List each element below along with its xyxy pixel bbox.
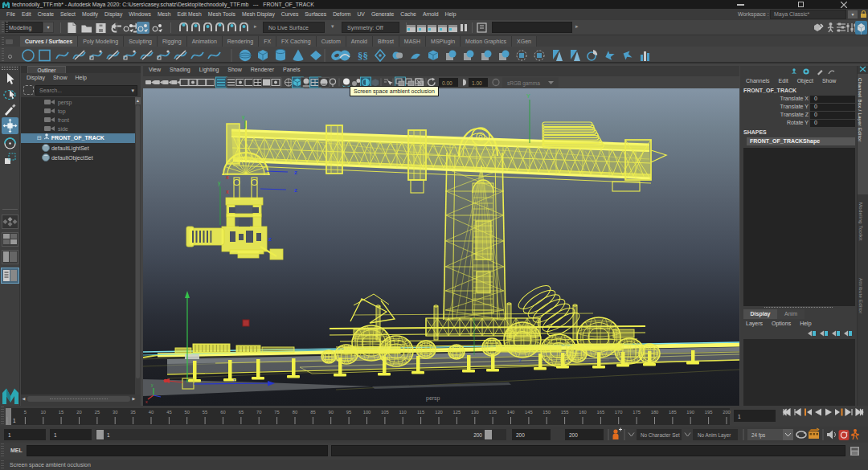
svg-text:y: y bbox=[218, 180, 221, 186]
svg-text:200: 200 bbox=[569, 432, 578, 438]
svg-text:z: z bbox=[519, 358, 522, 362]
svg-text:15: 15 bbox=[59, 410, 63, 415]
svg-text:60: 60 bbox=[220, 410, 225, 415]
svg-text:x: x bbox=[145, 399, 148, 404]
svg-text:1: 1 bbox=[738, 414, 741, 419]
svg-text:35: 35 bbox=[130, 410, 135, 415]
svg-text:100: 100 bbox=[363, 410, 371, 415]
svg-text:190: 190 bbox=[686, 410, 694, 415]
svg-text:5: 5 bbox=[24, 410, 27, 415]
svg-text:155: 155 bbox=[561, 410, 569, 415]
svg-text:1: 1 bbox=[8, 432, 11, 438]
svg-text:40: 40 bbox=[149, 410, 154, 415]
svg-text:z: z bbox=[294, 186, 297, 194]
svg-text:85: 85 bbox=[310, 410, 315, 415]
svg-text:170: 170 bbox=[615, 410, 623, 415]
svg-text:65: 65 bbox=[239, 410, 244, 415]
svg-text:165: 165 bbox=[597, 410, 605, 415]
svg-text:Y: Y bbox=[526, 93, 530, 99]
svg-text:x: x bbox=[226, 174, 229, 180]
svg-text:75: 75 bbox=[274, 410, 279, 415]
svg-text:55: 55 bbox=[203, 410, 207, 415]
svg-text:25: 25 bbox=[95, 410, 100, 415]
svg-text:1: 1 bbox=[107, 432, 110, 438]
svg-text:160: 160 bbox=[579, 410, 587, 415]
svg-text:30: 30 bbox=[113, 410, 117, 415]
svg-text:20: 20 bbox=[76, 410, 81, 415]
svg-text:10: 10 bbox=[41, 410, 46, 415]
svg-text:200: 200 bbox=[473, 432, 482, 438]
svg-text:1.00: 1.00 bbox=[472, 80, 482, 86]
svg-text:45: 45 bbox=[166, 410, 171, 415]
svg-text:sRGB gamma: sRGB gamma bbox=[507, 80, 540, 87]
svg-text:125: 125 bbox=[453, 410, 461, 415]
svg-text:150: 150 bbox=[542, 410, 551, 415]
svg-text:90: 90 bbox=[328, 410, 333, 415]
svg-text:110: 110 bbox=[399, 410, 407, 415]
svg-text:No Character Set: No Character Set bbox=[641, 432, 680, 438]
svg-text:x: x bbox=[226, 189, 229, 194]
svg-text:y: y bbox=[242, 114, 245, 121]
svg-text:145: 145 bbox=[525, 410, 533, 415]
svg-text:200: 200 bbox=[723, 410, 731, 415]
svg-text:70: 70 bbox=[256, 410, 261, 415]
svg-text:195: 195 bbox=[705, 410, 713, 415]
svg-text:z: z bbox=[294, 169, 297, 176]
svg-text:§§: §§ bbox=[358, 50, 368, 62]
svg-text:24 fps: 24 fps bbox=[751, 432, 765, 439]
svg-text:180: 180 bbox=[651, 410, 659, 415]
svg-text:130: 130 bbox=[471, 410, 479, 415]
svg-text:50: 50 bbox=[184, 410, 189, 415]
svg-text:1: 1 bbox=[54, 432, 57, 438]
svg-text:140: 140 bbox=[507, 410, 515, 415]
svg-text:80: 80 bbox=[293, 410, 297, 415]
svg-text:1: 1 bbox=[13, 418, 16, 423]
svg-text:0.00: 0.00 bbox=[442, 80, 452, 86]
svg-text:105: 105 bbox=[381, 410, 389, 415]
svg-text:185: 185 bbox=[669, 410, 677, 415]
svg-text:135: 135 bbox=[489, 410, 497, 415]
svg-text:120: 120 bbox=[435, 410, 443, 415]
svg-text:200: 200 bbox=[516, 432, 525, 438]
svg-text:95: 95 bbox=[346, 410, 351, 415]
svg-text:115: 115 bbox=[417, 410, 424, 415]
svg-text:z: z bbox=[233, 378, 235, 382]
svg-text:175: 175 bbox=[633, 410, 641, 415]
svg-text:No Anim Layer: No Anim Layer bbox=[698, 432, 731, 439]
svg-text:z: z bbox=[268, 235, 272, 243]
